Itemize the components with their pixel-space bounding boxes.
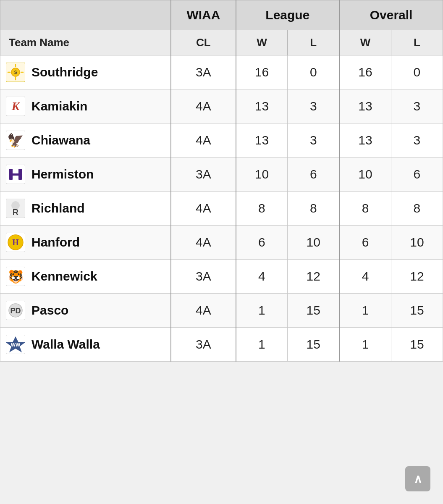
league-l-cell-4: 8 <box>288 192 339 226</box>
cl-cell-3: 3A <box>171 158 236 192</box>
team-cell-8: WW Walla Walla <box>0 328 171 362</box>
table-row: WW Walla Walla 3A 1 15 1 15 <box>0 328 443 362</box>
scroll-to-top-button[interactable] <box>405 466 430 491</box>
overall-w-cell-1: 13 <box>339 89 391 123</box>
header-overall-l: L <box>391 30 443 55</box>
table-row: R Richland 4A 8 8 8 8 <box>0 192 443 226</box>
header-group-row: WIAA League Overall <box>0 0 443 30</box>
svg-rect-14 <box>18 169 22 180</box>
cl-cell-6: 3A <box>171 260 236 294</box>
header-overall-w: W <box>339 30 391 55</box>
header-league-l: L <box>288 30 339 55</box>
header-sub-row: Team Name CL W L W L <box>0 30 443 55</box>
overall-l-cell-5: 10 <box>391 226 443 260</box>
cl-cell-0: 3A <box>171 55 236 89</box>
svg-text:PD: PD <box>10 307 21 315</box>
overall-l-cell-0: 0 <box>391 55 443 89</box>
league-w-cell-8: 1 <box>236 328 288 362</box>
table-row: S Southridge 3A 16 0 16 0 <box>0 55 443 89</box>
team-logo-kamiakin: K <box>5 95 26 117</box>
overall-w-cell-5: 6 <box>339 226 391 260</box>
svg-text:WW: WW <box>11 342 21 348</box>
header-overall: Overall <box>339 0 443 30</box>
team-cell-4: R Richland <box>0 192 171 226</box>
team-name-5: Hanford <box>31 235 80 249</box>
table-row: 🐯 Kennewick 3A 4 12 4 12 <box>0 260 443 294</box>
overall-l-cell-1: 3 <box>391 89 443 123</box>
team-cell-5: H Hanford <box>0 226 171 260</box>
team-cell-0: S Southridge <box>0 55 171 89</box>
cl-cell-2: 4A <box>171 123 236 158</box>
team-logo-hanford: H <box>5 231 26 253</box>
league-w-cell-7: 1 <box>236 294 288 328</box>
league-w-cell-3: 10 <box>236 158 288 192</box>
overall-w-cell-8: 1 <box>339 328 391 362</box>
team-name-8: Walla Walla <box>31 337 100 352</box>
overall-w-cell-6: 4 <box>339 260 391 294</box>
header-team-name: Team Name <box>0 30 171 55</box>
header-cl: CL <box>171 30 236 55</box>
team-name-1: Kamiakin <box>31 99 87 113</box>
league-w-cell-6: 4 <box>236 260 288 294</box>
team-cell-3: Hermiston <box>0 158 171 192</box>
standings-table-container: WIAA League Overall Team Name CL W L W L <box>0 0 443 362</box>
league-w-cell-1: 13 <box>236 89 288 123</box>
team-logo-chiawana: 🦅 <box>5 129 26 151</box>
team-logo-richland: R <box>5 197 26 219</box>
svg-text:K: K <box>11 100 21 113</box>
cl-cell-7: 4A <box>171 294 236 328</box>
team-logo-kennewick: 🐯 <box>5 265 26 287</box>
cl-cell-5: 4A <box>171 226 236 260</box>
team-cell-1: K Kamiakin <box>0 89 171 123</box>
league-l-cell-1: 3 <box>288 89 339 123</box>
overall-l-cell-7: 15 <box>391 294 443 328</box>
league-l-cell-7: 15 <box>288 294 339 328</box>
overall-l-cell-8: 15 <box>391 328 443 362</box>
overall-l-cell-2: 3 <box>391 123 443 158</box>
table-row: 🦅 Chiawana 4A 13 3 13 3 <box>0 123 443 158</box>
team-name-4: Richland <box>31 201 85 215</box>
header-wiaa: WIAA <box>171 0 236 30</box>
table-row: Hermiston 3A 10 6 10 6 <box>0 158 443 192</box>
svg-text:🐯: 🐯 <box>8 269 24 284</box>
league-l-cell-5: 10 <box>288 226 339 260</box>
table-row: PD Pasco 4A 1 15 1 15 <box>0 294 443 328</box>
team-name-2: Chiawana <box>31 133 90 147</box>
table-row: K Kamiakin 4A 13 3 13 3 <box>0 89 443 123</box>
cl-cell-1: 4A <box>171 89 236 123</box>
team-name-6: Kennewick <box>31 269 97 284</box>
league-l-cell-0: 0 <box>288 55 339 89</box>
team-name-3: Hermiston <box>31 167 94 181</box>
league-w-cell-5: 6 <box>236 226 288 260</box>
overall-w-cell-0: 16 <box>339 55 391 89</box>
league-w-cell-2: 13 <box>236 123 288 158</box>
team-logo-southridge: S <box>5 61 26 83</box>
league-l-cell-8: 15 <box>288 328 339 362</box>
team-cell-7: PD Pasco <box>0 294 171 328</box>
overall-l-cell-6: 12 <box>391 260 443 294</box>
overall-w-cell-2: 13 <box>339 123 391 158</box>
team-name-0: Southridge <box>31 65 98 79</box>
team-cell-6: 🐯 Kennewick <box>0 260 171 294</box>
league-w-cell-4: 8 <box>236 192 288 226</box>
cl-cell-4: 4A <box>171 192 236 226</box>
header-league: League <box>236 0 340 30</box>
team-name-7: Pasco <box>31 303 68 318</box>
cl-cell-8: 3A <box>171 328 236 362</box>
header-league-w: W <box>236 30 288 55</box>
svg-text:S: S <box>14 70 17 75</box>
standings-table: WIAA League Overall Team Name CL W L W L <box>0 0 443 362</box>
league-l-cell-6: 12 <box>288 260 339 294</box>
svg-text:🦅: 🦅 <box>7 132 24 148</box>
team-logo-hermiston <box>5 163 26 185</box>
header-team-empty <box>0 0 171 30</box>
svg-text:R: R <box>13 207 19 217</box>
overall-w-cell-3: 10 <box>339 158 391 192</box>
team-logo-pasco: PD <box>5 299 26 321</box>
overall-l-cell-3: 6 <box>391 158 443 192</box>
team-logo-wallawalla: WW <box>5 333 26 355</box>
team-cell-2: 🦅 Chiawana <box>0 123 171 158</box>
league-l-cell-2: 3 <box>288 123 339 158</box>
overall-w-cell-7: 1 <box>339 294 391 328</box>
overall-w-cell-4: 8 <box>339 192 391 226</box>
